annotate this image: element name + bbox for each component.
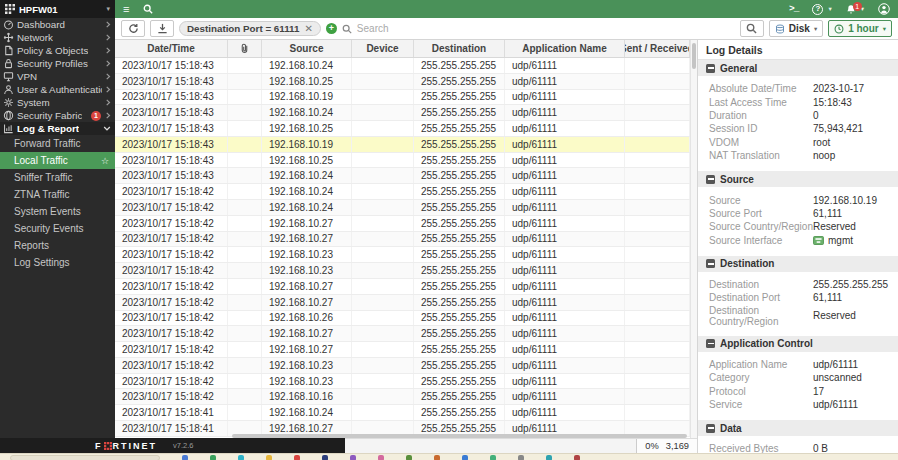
log-row[interactable]: 2023/10/17 15:18:42192.168.10.26255.255.… xyxy=(115,311,690,327)
network-icon xyxy=(3,32,14,43)
cell-destination: 255.255.255.255 xyxy=(414,121,505,136)
sidebar-item-vpn[interactable]: VPN xyxy=(0,70,115,83)
log-row-selected[interactable]: 2023/10/17 15:18:43192.168.10.19255.255.… xyxy=(115,137,690,153)
dock-icon[interactable] xyxy=(182,455,188,460)
cell-destination: 255.255.255.255 xyxy=(414,263,505,278)
dock-icon[interactable] xyxy=(350,455,356,460)
section-header-general[interactable]: General xyxy=(698,60,898,76)
section-header-application-control[interactable]: Application Control xyxy=(698,336,898,352)
dock-icon[interactable] xyxy=(518,455,524,460)
sidebar-item-user-authentication[interactable]: User & Authentication xyxy=(0,83,115,96)
sidebar-item-log-settings[interactable]: Log Settings xyxy=(0,254,115,271)
sidebar-item-system[interactable]: System xyxy=(0,96,115,109)
sidebar-item-network[interactable]: Network xyxy=(0,31,115,44)
submenu-item-label: Local Traffic xyxy=(14,155,68,166)
log-row[interactable]: 2023/10/17 15:18:43192.168.10.25255.255.… xyxy=(115,121,690,137)
dock-icon[interactable] xyxy=(238,455,244,460)
log-row[interactable]: 2023/10/17 15:18:41192.168.10.24255.255.… xyxy=(115,405,690,421)
column-header-device[interactable]: Device xyxy=(352,40,414,57)
detail-row-destination: Destination255.255.255.255 xyxy=(698,278,898,291)
section-header-destination[interactable]: Destination xyxy=(698,256,898,272)
time-range-dropdown[interactable]: 1 hour ▾ xyxy=(828,20,892,37)
dock-search-bar[interactable] xyxy=(10,455,160,460)
column-header-sent-received[interactable]: Sent / Received xyxy=(625,40,690,57)
column-header-attachment[interactable] xyxy=(228,40,262,57)
dock-icon[interactable] xyxy=(378,455,384,460)
search-button[interactable] xyxy=(740,20,764,37)
search-input[interactable]: Search xyxy=(357,23,389,34)
notifications-menu[interactable]: 1 xyxy=(846,4,856,15)
dock-icon[interactable] xyxy=(434,455,440,460)
log-row[interactable]: 2023/10/17 15:18:42192.168.10.27255.255.… xyxy=(115,342,690,358)
dock-icon[interactable] xyxy=(574,455,580,460)
global-search-icon[interactable] xyxy=(143,4,153,14)
log-row[interactable]: 2023/10/17 15:18:43192.168.10.25255.255.… xyxy=(115,74,690,90)
help-menu[interactable]: ? xyxy=(812,4,823,15)
sidebar-item-local-traffic[interactable]: Local Traffic☆ xyxy=(0,152,115,169)
cell-attachment xyxy=(228,374,262,389)
log-location-dropdown[interactable]: Disk ▾ xyxy=(769,20,823,37)
log-row[interactable]: 2023/10/17 15:18:43192.168.10.24255.255.… xyxy=(115,105,690,121)
log-row[interactable]: 2023/10/17 15:18:42192.168.10.27255.255.… xyxy=(115,216,690,232)
dock-icon[interactable] xyxy=(462,455,468,460)
log-row[interactable]: 2023/10/17 15:18:42192.168.10.24255.255.… xyxy=(115,184,690,200)
log-row[interactable]: 2023/10/17 15:18:42192.168.10.23255.255.… xyxy=(115,263,690,279)
sidebar-item-security-profiles[interactable]: Security Profiles xyxy=(0,57,115,70)
dock-icon[interactable] xyxy=(546,455,552,460)
cell-device xyxy=(352,232,414,247)
log-row[interactable]: 2023/10/17 15:18:43192.168.10.19255.255.… xyxy=(115,90,690,106)
sidebar-item-policy-objects[interactable]: Policy & Objects xyxy=(0,44,115,57)
cell-datetime: 2023/10/17 15:18:42 xyxy=(115,326,228,341)
sidebar-item-ztna-traffic[interactable]: ZTNA Traffic xyxy=(0,186,115,203)
filter-chip[interactable]: Destination Port = 61111 ✕ xyxy=(179,21,321,36)
column-header-application-name[interactable]: Application Name xyxy=(505,40,625,57)
user-avatar[interactable] xyxy=(878,3,890,15)
hamburger-menu-icon[interactable]: ≡ xyxy=(123,4,129,15)
column-header-source[interactable]: Source xyxy=(262,40,352,57)
log-row[interactable]: 2023/10/17 15:18:42192.168.10.27255.255.… xyxy=(115,295,690,311)
dock-icon[interactable] xyxy=(490,455,496,460)
dock-icon[interactable] xyxy=(210,455,216,460)
dock-icon[interactable] xyxy=(294,455,300,460)
detail-label: Source xyxy=(709,195,813,206)
log-row[interactable]: 2023/10/17 15:18:42192.168.10.27255.255.… xyxy=(115,279,690,295)
log-row[interactable]: 2023/10/17 15:18:42192.168.10.16255.255.… xyxy=(115,389,690,405)
log-row[interactable]: 2023/10/17 15:18:43192.168.10.24255.255.… xyxy=(115,58,690,74)
log-row[interactable]: 2023/10/17 15:18:42192.168.10.27255.255.… xyxy=(115,232,690,248)
device-selector[interactable]: HPFW01 ▾ xyxy=(0,0,115,18)
sidebar-item-dashboard[interactable]: Dashboard xyxy=(0,18,115,31)
add-filter-icon[interactable]: + xyxy=(326,23,337,34)
column-header-date-time[interactable]: Date/Time xyxy=(115,40,228,57)
download-button[interactable] xyxy=(150,20,174,37)
dock-icon[interactable] xyxy=(266,455,272,460)
favorite-star-icon[interactable]: ☆ xyxy=(101,156,109,166)
cli-console-icon[interactable]: >_ xyxy=(789,4,798,14)
scrollbar-thumb[interactable] xyxy=(692,43,696,69)
refresh-button[interactable] xyxy=(121,20,145,37)
log-row[interactable]: 2023/10/17 15:18:42192.168.10.23255.255.… xyxy=(115,374,690,390)
submenu-item-label: Security Events xyxy=(14,223,83,234)
sidebar-item-system-events[interactable]: System Events xyxy=(0,203,115,220)
sidebar-item-security-fabric[interactable]: Security Fabric1 xyxy=(0,109,115,122)
section-header-data[interactable]: Data xyxy=(698,420,898,436)
cell-datetime: 2023/10/17 15:18:42 xyxy=(115,311,228,326)
log-row[interactable]: 2023/10/17 15:18:42192.168.10.24255.255.… xyxy=(115,200,690,216)
section-header-source[interactable]: Source xyxy=(698,171,898,187)
sidebar-item-security-events[interactable]: Security Events xyxy=(0,220,115,237)
vertical-scrollbar[interactable] xyxy=(690,40,697,438)
column-header-destination[interactable]: Destination xyxy=(414,40,505,57)
log-row[interactable]: 2023/10/17 15:18:43192.168.10.24255.255.… xyxy=(115,168,690,184)
sidebar-item-forward-traffic[interactable]: Forward Traffic xyxy=(0,135,115,152)
sidebar-item-reports[interactable]: Reports xyxy=(0,237,115,254)
sidebar-item-sniffer-traffic[interactable]: Sniffer Traffic xyxy=(0,169,115,186)
log-row[interactable]: 2023/10/17 15:18:42192.168.10.23255.255.… xyxy=(115,247,690,263)
dock-icon[interactable] xyxy=(322,455,328,460)
cell-source: 192.168.10.19 xyxy=(262,137,352,152)
log-row[interactable]: 2023/10/17 15:18:42192.168.10.27255.255.… xyxy=(115,326,690,342)
sidebar-item-label: Security Profiles xyxy=(17,58,88,69)
dock-icon[interactable] xyxy=(406,455,412,460)
log-row[interactable]: 2023/10/17 15:18:43192.168.10.25255.255.… xyxy=(115,153,690,169)
remove-filter-icon[interactable]: ✕ xyxy=(304,23,312,34)
log-row[interactable]: 2023/10/17 15:18:42192.168.10.23255.255.… xyxy=(115,358,690,374)
sidebar-item-log-report[interactable]: Log & Report xyxy=(0,122,115,135)
